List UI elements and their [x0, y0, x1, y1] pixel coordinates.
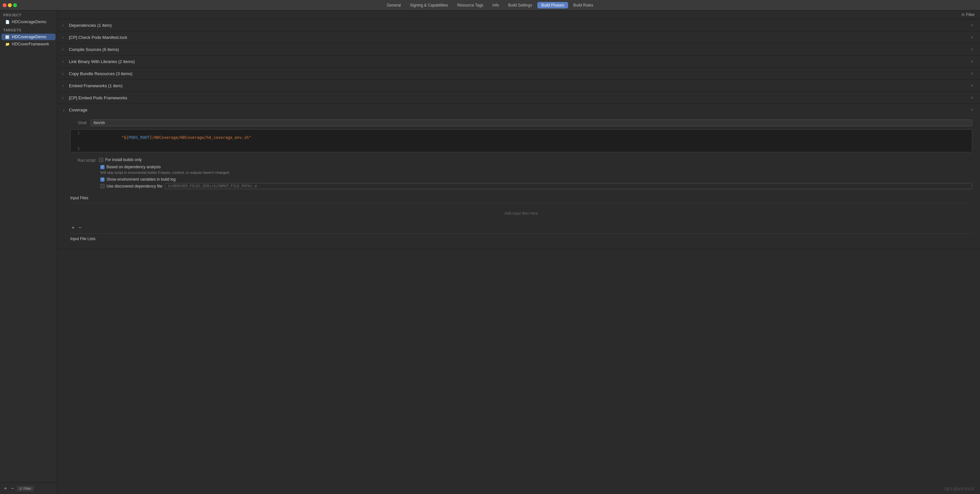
phase-row-coverage: ⌄ Coverage × Shell /bin/sh 1: [57, 104, 980, 249]
script-code-editor[interactable]: 1 "${PODS_ROOT}/HDCoverage/HDCoverage/hd…: [70, 129, 972, 152]
phase-header-coverage[interactable]: ⌄ Coverage ×: [57, 104, 980, 116]
line-number-2: 2: [70, 147, 84, 151]
close-button[interactable]: [3, 3, 6, 7]
chevron-right-icon-6: ›: [62, 84, 66, 88]
framework-icon: [5, 42, 10, 46]
main-layout: PROJECT HDCoverageDemo TARGETS HDCoverag…: [0, 10, 980, 494]
input-files-section: Input Files Add input files here + −: [70, 193, 972, 231]
run-script-label: Run script:: [70, 158, 96, 163]
phase-row-cp-embed-pods: › [CP] Embed Pods Frameworks ×: [57, 92, 980, 104]
phase-header-link-binary[interactable]: › Link Binary With Libraries (2 items) ×: [57, 56, 980, 67]
phases-list: › Dependencies (1 item) × › [CP] Check P…: [57, 19, 980, 494]
sidebar-remove-button[interactable]: −: [10, 485, 15, 492]
phase-header-embed-frameworks[interactable]: › Embed Frameworks (1 item) ×: [57, 80, 980, 91]
nav-tab-signing[interactable]: Signing & Capabilities: [406, 2, 452, 8]
nav-tab-build-rules[interactable]: Build Rules: [570, 2, 597, 8]
based-on-dep-row: Based on dependency analysis: [100, 165, 972, 169]
for-install-row: For install builds only: [99, 158, 142, 162]
sidebar-filter-button[interactable]: ⊙ Filter: [17, 486, 34, 491]
input-file-lists-title: Input File Lists: [70, 237, 95, 241]
maximize-button[interactable]: [13, 3, 17, 7]
code-line-2: 2: [70, 145, 972, 152]
use-discovered-checkbox[interactable]: [100, 184, 105, 188]
phase-header-dependencies[interactable]: › Dependencies (1 item) ×: [57, 19, 980, 31]
nav-tab-info[interactable]: Info: [489, 2, 503, 8]
filter-icon: ⊙: [961, 13, 965, 17]
sidebar-item-project[interactable]: HDCoverageDemo: [1, 19, 56, 25]
window-controls: [3, 3, 17, 7]
use-discovered-row: Use discovered dependency file:: [100, 183, 972, 189]
code-var: PODS_ROOT: [128, 135, 150, 140]
nav-tab-resource-tags[interactable]: Resource Tags: [453, 2, 487, 8]
based-on-dep-label: Based on dependency analysis: [107, 165, 161, 169]
chevron-down-icon: ⌄: [62, 108, 66, 112]
blue-doc-icon: [5, 20, 10, 24]
project-section-label: PROJECT: [0, 10, 57, 18]
phase-close-dependencies[interactable]: ×: [970, 22, 975, 28]
dep-analysis-note: Will skip script in incremental builds i…: [100, 171, 972, 174]
content-area: ⊙ Filter › Dependencies (1 item) × › [CP…: [57, 10, 980, 494]
sidebar-target-demo-label: HDCoverageDemo: [12, 35, 46, 39]
phase-row-compile-sources: › Compile Sources (6 items) ×: [57, 43, 980, 56]
for-install-label: For install builds only: [105, 158, 142, 162]
run-script-row: Run script: For install builds only: [70, 158, 972, 163]
chevron-right-icon-3: ›: [62, 48, 66, 51]
shell-label: Shell: [70, 121, 87, 125]
show-env-row: Show environment variables in build log: [100, 177, 972, 182]
show-env-checkbox[interactable]: [100, 177, 105, 182]
filter-circle-icon: ⊙: [19, 486, 22, 491]
based-on-dep-checkbox[interactable]: [100, 165, 105, 169]
sidebar: PROJECT HDCoverageDemo TARGETS HDCoverag…: [0, 10, 57, 494]
input-file-lists-section: Input File Lists: [70, 233, 972, 241]
sidebar-add-button[interactable]: +: [3, 485, 8, 492]
phase-close-compile-sources[interactable]: ×: [970, 47, 975, 52]
sidebar-item-hd-demo[interactable]: HDCoverageDemo: [1, 33, 56, 40]
phase-close-coverage[interactable]: ×: [970, 107, 975, 112]
use-discovered-label: Use discovered dependency file:: [107, 184, 163, 188]
minimize-button[interactable]: [8, 3, 12, 7]
chevron-right-icon-2: ›: [62, 36, 66, 39]
phase-header-copy-bundle[interactable]: › Copy Bundle Resources (3 items) ×: [57, 68, 980, 80]
top-nav: General Signing & Capabilities Resource …: [0, 0, 980, 10]
remove-input-file-button[interactable]: −: [77, 225, 83, 231]
sidebar-footer: + − ⊙ Filter: [0, 483, 57, 494]
show-env-label: Show environment variables in build log: [107, 177, 175, 182]
sidebar-filter-label: Filter: [24, 486, 31, 491]
phase-title-coverage: Coverage: [69, 107, 967, 112]
targets-section-label: TARGETS: [0, 25, 57, 33]
coverage-content: Shell /bin/sh 1 "${PODS_ROOT}/HDCoverage…: [57, 116, 980, 249]
phase-close-cp-embed-pods[interactable]: ×: [970, 95, 975, 100]
shell-row: Shell /bin/sh: [70, 120, 972, 126]
nav-tab-build-settings[interactable]: Build Settings: [504, 2, 536, 8]
sidebar-item-hd-framework[interactable]: HDCoverFramework: [1, 41, 56, 47]
phase-row-embed-frameworks: › Embed Frameworks (1 item) ×: [57, 80, 980, 92]
phase-title-check-pods: [CP] Check Pods Manifest.lock: [69, 35, 967, 40]
nav-tab-build-phases[interactable]: Build Phases: [538, 2, 568, 8]
code-content-1: "${PODS_ROOT}/HDCoverage/HDCoverage/hd_c…: [84, 131, 251, 144]
phase-header-check-pods[interactable]: › [CP] Check Pods Manifest.lock ×: [57, 31, 980, 43]
phase-header-cp-embed-pods[interactable]: › [CP] Embed Pods Frameworks ×: [57, 92, 980, 104]
input-files-buttons: + −: [70, 225, 972, 231]
code-string-open: "${: [121, 135, 129, 140]
phase-close-embed-frameworks[interactable]: ×: [970, 83, 975, 88]
phase-close-check-pods[interactable]: ×: [970, 35, 975, 40]
phase-row-dependencies: › Dependencies (1 item) ×: [57, 19, 980, 31]
content-filter-button[interactable]: ⊙ Filter: [961, 13, 975, 17]
add-input-file-button[interactable]: +: [70, 225, 76, 231]
phase-header-compile-sources[interactable]: › Compile Sources (6 items) ×: [57, 43, 980, 55]
input-files-title: Input Files: [70, 196, 88, 200]
nav-tab-general[interactable]: General: [383, 2, 405, 8]
phase-close-copy-bundle[interactable]: ×: [970, 71, 975, 76]
phase-row-copy-bundle: › Copy Bundle Resources (3 items) ×: [57, 68, 980, 80]
phase-row-check-pods: › [CP] Check Pods Manifest.lock ×: [57, 31, 980, 43]
phase-close-link-binary[interactable]: ×: [970, 59, 975, 64]
phase-title-copy-bundle: Copy Bundle Resources (3 items): [69, 71, 967, 76]
shell-value[interactable]: /bin/sh: [91, 120, 972, 126]
chevron-right-icon-5: ›: [62, 72, 66, 75]
input-files-placeholder: Add input files here: [70, 203, 972, 223]
dep-file-input[interactable]: [165, 183, 972, 189]
code-path: }/HDCoverage/HDCoverage/hd_coverage_env.…: [150, 135, 251, 140]
for-install-checkbox[interactable]: [99, 158, 103, 162]
input-files-header: Input Files: [70, 193, 972, 203]
sidebar-target-framework-label: HDCoverFramework: [12, 42, 49, 46]
